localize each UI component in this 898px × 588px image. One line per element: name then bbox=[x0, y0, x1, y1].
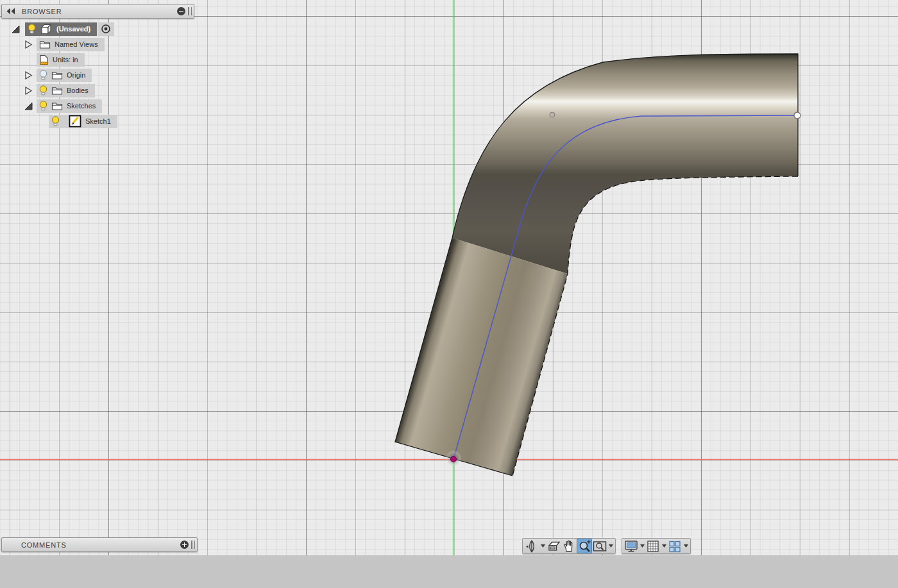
visibility-bulb-on-icon[interactable] bbox=[51, 116, 60, 127]
component-cube-icon bbox=[40, 23, 53, 35]
tree-row-named-views[interactable]: Named Views bbox=[24, 37, 105, 51]
tree-label-units: Units: in bbox=[53, 56, 78, 63]
activate-component-radio-icon[interactable] bbox=[101, 24, 111, 34]
pan-hand-icon bbox=[563, 540, 575, 553]
visibility-bulb-on-icon[interactable] bbox=[39, 101, 47, 112]
timeline-strip bbox=[0, 555, 898, 588]
viewports-icon bbox=[668, 540, 681, 553]
viewport-canvas[interactable] bbox=[0, 0, 898, 555]
fusion360-window: BROWSER (Unsaved) bbox=[0, 0, 898, 588]
pipe-body-bend[interactable] bbox=[452, 54, 798, 274]
tree-row-sketch1[interactable]: Sketch1 bbox=[49, 114, 117, 128]
display-settings-dropdown-arrow[interactable] bbox=[639, 539, 645, 553]
zoom-icon bbox=[578, 539, 591, 553]
zoom-fit-dropdown-arrow[interactable] bbox=[607, 539, 614, 553]
zoom-fit-icon bbox=[593, 540, 607, 553]
panel-grip-handle[interactable] bbox=[188, 7, 192, 15]
view-navigation-toolbar bbox=[522, 538, 691, 554]
folder-icon bbox=[51, 86, 63, 96]
zoom-fit-button[interactable] bbox=[592, 539, 607, 553]
display-settings-icon bbox=[624, 539, 638, 553]
grid-icon bbox=[647, 540, 659, 553]
tree-row-bodies[interactable]: Bodies bbox=[24, 83, 95, 97]
pan-button[interactable] bbox=[561, 539, 577, 553]
path-midpoint[interactable] bbox=[550, 112, 555, 117]
minus-circle-icon[interactable] bbox=[177, 7, 185, 15]
tree-label-origin: Origin bbox=[67, 71, 85, 79]
viewports-button[interactable] bbox=[667, 539, 682, 553]
tree-label-sketch1: Sketch1 bbox=[85, 117, 111, 125]
origin-point[interactable] bbox=[451, 457, 457, 462]
chevrons-left-icon[interactable] bbox=[6, 8, 15, 15]
tree-row-units[interactable]: Units: in bbox=[37, 53, 85, 67]
caret-expanded-icon[interactable] bbox=[12, 25, 20, 33]
orbit-button[interactable] bbox=[524, 539, 539, 553]
caret-expanded-icon[interactable] bbox=[24, 102, 33, 110]
zoom-button[interactable] bbox=[577, 539, 592, 553]
visibility-bulb-off-icon[interactable] bbox=[39, 70, 47, 81]
nav-segment-display bbox=[622, 538, 691, 554]
path-endpoint[interactable] bbox=[794, 112, 801, 119]
plus-circle-icon[interactable] bbox=[180, 541, 189, 549]
units-document-icon bbox=[39, 55, 49, 65]
folder-icon bbox=[39, 40, 51, 49]
panel-grip-handle[interactable] bbox=[191, 541, 195, 549]
browser-panel-header[interactable]: BROWSER bbox=[1, 4, 194, 19]
caret-collapsed-icon[interactable] bbox=[24, 40, 33, 49]
caret-collapsed-icon[interactable] bbox=[24, 71, 33, 80]
tree-label-bodies: Bodies bbox=[67, 87, 89, 94]
tree-label-named-views: Named Views bbox=[55, 40, 98, 48]
tree-row-root[interactable]: (Unsaved) bbox=[12, 22, 114, 36]
tree-label-sketches: Sketches bbox=[67, 102, 96, 110]
caret-collapsed-icon[interactable] bbox=[24, 87, 33, 95]
nav-segment-tools bbox=[522, 538, 616, 554]
pipe-body-straight[interactable] bbox=[395, 238, 568, 476]
grid-and-snaps-dropdown-arrow[interactable] bbox=[661, 539, 667, 553]
viewports-dropdown-arrow[interactable] bbox=[682, 539, 689, 553]
look-at-icon bbox=[547, 540, 560, 553]
orbit-dropdown-arrow[interactable] bbox=[539, 539, 546, 553]
tree-row-origin[interactable]: Origin bbox=[24, 68, 92, 82]
grid-and-snaps-button[interactable] bbox=[645, 539, 661, 553]
folder-icon bbox=[51, 71, 63, 80]
look-at-button[interactable] bbox=[546, 539, 561, 553]
tree-label-root: (Unsaved) bbox=[56, 25, 90, 33]
tree-row-sketches[interactable]: Sketches bbox=[24, 99, 102, 113]
comments-panel-title: COMMENTS bbox=[21, 541, 67, 549]
comments-panel-header[interactable]: COMMENTS bbox=[1, 537, 198, 552]
orbit-icon bbox=[525, 540, 538, 553]
browser-panel-title: BROWSER bbox=[22, 8, 62, 15]
scene-svg bbox=[0, 0, 898, 555]
display-settings-button[interactable] bbox=[623, 539, 639, 553]
visibility-bulb-on-icon[interactable] bbox=[28, 24, 36, 35]
visibility-bulb-on-icon[interactable] bbox=[39, 85, 47, 96]
sketch-icon bbox=[69, 115, 81, 128]
folder-icon bbox=[51, 101, 63, 111]
